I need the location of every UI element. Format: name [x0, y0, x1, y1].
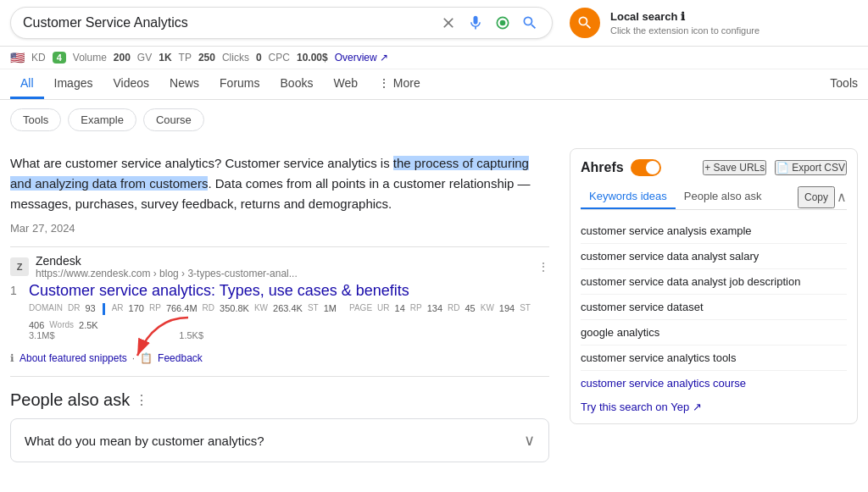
local-search-info: Local search ℹ Click the extension icon … — [610, 9, 760, 36]
metric-rp2: 134 — [427, 303, 442, 315]
chip-example[interactable]: Example — [68, 108, 136, 131]
metric-st2: 406 — [29, 320, 44, 330]
export-icon: 📄 — [776, 162, 789, 174]
microphone-icon[interactable] — [465, 13, 486, 33]
search-bar — [10, 7, 553, 39]
filter-chips: Tools Example Course — [0, 100, 868, 140]
tab-videos[interactable]: Videos — [103, 69, 159, 99]
paa-menu-icon[interactable]: ⋮ — [135, 392, 148, 408]
metric-kw2: 194 — [499, 303, 515, 315]
tab-books[interactable]: Books — [270, 69, 324, 99]
save-urls-button[interactable]: + Save URLs — [703, 160, 766, 175]
metric-ur-label: UR — [377, 303, 389, 315]
snippet-text-before: What are customer service analytics? Cus… — [10, 156, 393, 170]
toggle-track[interactable] — [631, 159, 661, 176]
result-row: 1 Customer service analytics: Types, use… — [10, 282, 549, 300]
metric-kw: 263.4K — [273, 303, 303, 315]
tab-more[interactable]: ⋮ More — [368, 69, 431, 99]
chip-course[interactable]: Course — [143, 108, 204, 131]
tab-web[interactable]: Web — [323, 69, 368, 99]
lens-icon[interactable] — [492, 13, 513, 33]
seo-bar: 🇺🇸 KD 4 Volume 200 GV 1K TP 250 Clicks 0… — [0, 47, 868, 69]
result-menu-icon[interactable]: ⋮ — [537, 260, 549, 274]
keyword-item-5[interactable]: google analytics — [581, 320, 847, 346]
local-search-button[interactable] — [570, 8, 600, 38]
clicks-value: 0 — [256, 52, 262, 64]
result-source: Z Zendesk https://www.zendesk.com › blog… — [10, 254, 549, 279]
metric-dr-label: DR — [68, 303, 80, 315]
panel-tabs: Keywords ideas People also ask Copy ∧ — [581, 185, 847, 210]
overview-link[interactable]: Overview ↗ — [335, 52, 388, 64]
svg-point-1 — [500, 20, 506, 26]
cpc-value: 10.00$ — [297, 52, 328, 64]
keyword-item-6[interactable]: customer service analytics tools — [581, 346, 847, 371]
snippet-footer-wrapper: ℹ About featured snippets · 📋 Feedback — [10, 347, 549, 369]
panel-tab-keywords[interactable]: Keywords ideas — [581, 185, 676, 209]
yep-link[interactable]: Try this search on Yep ↗ — [581, 401, 847, 413]
metric-st1: 1M — [324, 303, 337, 315]
metric-st-label: ST — [308, 303, 319, 315]
expand-icon[interactable]: ∧ — [837, 189, 847, 205]
ahrefs-toggle[interactable] — [631, 159, 661, 176]
metric-rp2-label: RP — [410, 303, 422, 315]
panel-tab-paa[interactable]: People also ask — [676, 185, 771, 209]
metric-ar-label: AR — [112, 303, 124, 315]
metric-ur: 14 — [395, 303, 405, 315]
domain-label: DOMAIN — [29, 303, 63, 315]
export-csv-button[interactable]: 📄 Export CSV — [775, 160, 847, 175]
tab-images[interactable]: Images — [44, 69, 103, 99]
panel-actions: + Save URLs 📄 Export CSV — [703, 160, 847, 175]
metric-rd2-label: RD — [448, 303, 459, 315]
st1-sub: 3.1M$ — [29, 330, 55, 340]
metric-st2-label: ST — [520, 303, 531, 315]
header-right: Local search ℹ Click the extension icon … — [570, 8, 760, 38]
search-submit-icon[interactable] — [520, 13, 540, 33]
result-logo: Z — [10, 257, 29, 276]
metric-rd: 350.8K — [220, 303, 249, 315]
chip-tools[interactable]: Tools — [10, 108, 61, 131]
paa-question-item[interactable]: What do you mean by customer analytics? … — [10, 418, 549, 462]
keyword-item-1[interactable]: customer service analysis example — [581, 218, 847, 244]
keyword-item-7[interactable]: customer service analytics course — [581, 371, 847, 395]
tab-news[interactable]: News — [159, 69, 209, 99]
clear-button[interactable] — [438, 13, 459, 33]
metric-words-label: Words — [49, 320, 74, 330]
page-label: PAGE — [349, 303, 372, 315]
keyword-item-3[interactable]: customer service data analyst job descri… — [581, 269, 847, 295]
result-title-link[interactable]: Customer service analytics: Types, use c… — [29, 282, 409, 300]
tab-forums[interactable]: Forums — [209, 69, 270, 99]
search-input[interactable] — [23, 15, 431, 30]
local-search-sub: Click the extension icon to configure — [610, 25, 760, 36]
kd-label: KD — [31, 52, 46, 64]
clicks-label: Clicks — [222, 52, 249, 64]
country-flag: 🇺🇸 — [10, 51, 25, 64]
tab-all[interactable]: All — [10, 69, 44, 99]
nav-tabs: All Images Videos News Forums Books Web … — [0, 69, 868, 100]
keyword-item-2[interactable]: customer service data analyst salary — [581, 244, 847, 269]
local-search-label: Local search ℹ — [610, 10, 685, 23]
tab-tools[interactable]: Tools — [830, 69, 858, 99]
metric-dr: 93 — [85, 303, 95, 315]
result-url: https://www.zendesk.com › blog › 3-types… — [36, 268, 298, 279]
volume-value: 200 — [114, 52, 131, 64]
snippet-date: Mar 27, 2024 — [10, 222, 75, 235]
metric-kw-label: KW — [254, 303, 268, 315]
tp-value: 250 — [198, 52, 215, 64]
panel-header: Ahrefs + Save URLs 📄 Export CSV — [581, 159, 847, 176]
snippet-footer: ℹ About featured snippets · 📋 Feedback — [10, 347, 549, 369]
paa-chevron-icon: ∨ — [524, 431, 535, 450]
panel-brand: Ahrefs — [581, 160, 624, 175]
volume-label: Volume — [73, 52, 107, 64]
copy-button[interactable]: Copy — [798, 186, 835, 208]
tp-label: TP — [179, 52, 192, 64]
toggle-thumb — [646, 161, 659, 174]
snippet-text: What are customer service analytics? Cus… — [10, 153, 549, 214]
divider — [10, 376, 549, 377]
metric-sub-values: 3.1M$ 1.5K$ — [29, 330, 549, 340]
paa-header: People also ask ⋮ — [10, 390, 549, 410]
paa-section: People also ask ⋮ What do you mean by cu… — [10, 390, 549, 462]
gv-value: 1K — [159, 52, 171, 64]
keyword-item-4[interactable]: customer service dataset — [581, 295, 847, 320]
about-featured-snippets-link[interactable]: About featured snippets — [19, 352, 127, 364]
info-icon: ℹ — [10, 352, 14, 364]
